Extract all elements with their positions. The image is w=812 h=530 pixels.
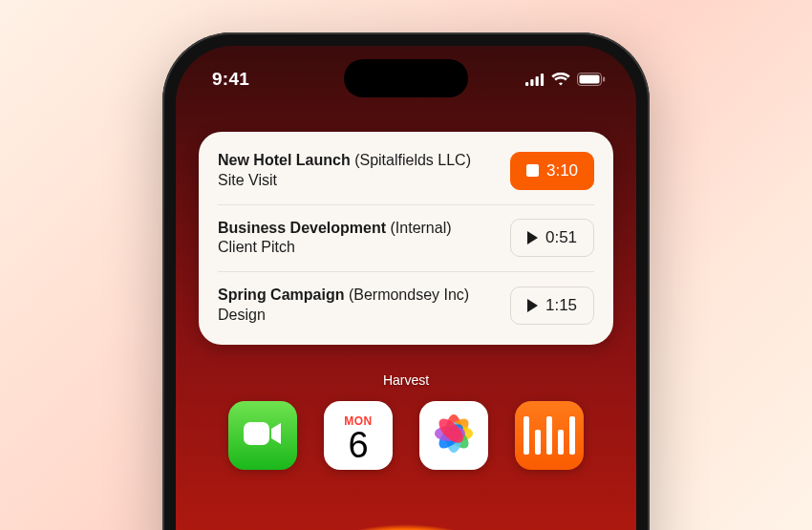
status-icons: [525, 73, 606, 86]
timer-duration: 3:10: [546, 161, 578, 180]
start-timer-button[interactable]: 1:15: [510, 286, 594, 325]
wifi-icon: [551, 73, 570, 86]
timer-duration: 1:15: [545, 296, 577, 315]
project-name: Business Development: [218, 220, 386, 236]
entry-text: Spring Campaign (Bermondsey Inc) Design: [218, 286, 499, 326]
task-name: Client Pitch: [218, 238, 499, 258]
photos-flower-icon: [430, 410, 478, 461]
task-name: Design: [218, 306, 499, 326]
timer-entry[interactable]: Business Development (Internal) Client P…: [218, 204, 594, 272]
harvest-app[interactable]: [515, 401, 584, 470]
timer-entry[interactable]: Spring Campaign (Bermondsey Inc) Design …: [218, 271, 594, 339]
facetime-app[interactable]: [228, 401, 297, 470]
dynamic-island: [344, 59, 468, 97]
widget-label: Harvest: [176, 372, 636, 388]
stop-icon: [526, 164, 539, 177]
project-name: New Hotel Launch: [218, 152, 351, 168]
svg-rect-5: [580, 75, 600, 84]
home-app-row: MON 6: [176, 401, 636, 470]
svg-rect-0: [525, 82, 528, 86]
cellular-icon: [525, 74, 545, 86]
calendar-date: 6: [348, 428, 368, 462]
project-name: Spring Campaign: [218, 286, 344, 303]
entry-text: New Hotel Launch (Spitalfields LLC) Site…: [218, 151, 499, 191]
play-icon: [527, 299, 538, 312]
task-name: Site Visit: [218, 171, 499, 191]
svg-rect-1: [530, 79, 533, 86]
svg-rect-7: [244, 422, 269, 445]
status-time: 9:41: [212, 69, 249, 90]
phone-screen: 9:41 New Hotel Launch (Spitalfields LLC): [176, 46, 636, 530]
start-timer-button[interactable]: 0:51: [510, 219, 594, 257]
entry-text: Business Development (Internal) Client P…: [218, 219, 499, 259]
stop-timer-button[interactable]: 3:10: [510, 152, 594, 190]
play-icon: [527, 231, 538, 244]
svg-rect-2: [536, 76, 539, 86]
project-client: (Bermondsey Inc): [349, 286, 469, 303]
video-icon: [244, 420, 282, 451]
photos-app[interactable]: [419, 401, 488, 470]
phone-frame: 9:41 New Hotel Launch (Spitalfields LLC): [162, 32, 650, 530]
harvest-widget[interactable]: New Hotel Launch (Spitalfields LLC) Site…: [199, 132, 613, 345]
project-client: (Internal): [391, 220, 452, 236]
project-client: (Spitalfields LLC): [354, 152, 471, 168]
svg-rect-3: [541, 74, 544, 86]
battery-icon: [577, 73, 606, 86]
calendar-app[interactable]: MON 6: [324, 401, 393, 470]
timer-entry[interactable]: New Hotel Launch (Spitalfields LLC) Site…: [218, 138, 594, 204]
svg-rect-6: [603, 77, 605, 82]
timer-duration: 0:51: [545, 228, 577, 247]
harvest-bars-icon: [524, 416, 575, 455]
